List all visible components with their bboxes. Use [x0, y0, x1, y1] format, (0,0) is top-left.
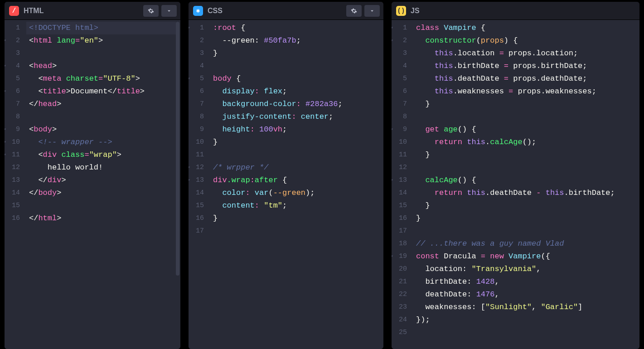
panel-header-js: () JS — [392, 2, 639, 20]
code-js[interactable]: class Vampire { constructor(props) { thi… — [413, 20, 639, 349]
panel-html: / HTML 12345678910111213141516 <!DOCTYPE… — [5, 2, 180, 349]
settings-button-html[interactable] — [143, 5, 159, 17]
code-css[interactable]: :root { --green: #50fa7b;}body { display… — [210, 20, 383, 349]
dropdown-button-css[interactable] — [364, 5, 380, 17]
settings-button-css[interactable] — [346, 5, 362, 17]
panel-js: () JS 1234567891011121314151617181920212… — [392, 2, 639, 349]
panel-header-css: ✱ CSS — [189, 2, 383, 20]
panel-css: ✱ CSS 1234567891011121314151617 :root { … — [189, 2, 383, 349]
gutter-js: 1234567891011121314151617181920212223242… — [392, 20, 413, 349]
code-html[interactable]: <!DOCTYPE html><html lang="en"><head> <m… — [26, 20, 180, 349]
gear-icon — [351, 8, 357, 14]
gear-icon — [148, 8, 154, 14]
code-editor-js[interactable]: 1234567891011121314151617181920212223242… — [392, 20, 639, 349]
gutter-css: 1234567891011121314151617 — [189, 20, 210, 349]
panel-title-html: HTML — [24, 7, 44, 15]
html-badge-icon: / — [9, 6, 19, 16]
gutter-html: 12345678910111213141516 — [5, 20, 26, 349]
js-badge-icon: () — [396, 6, 406, 16]
css-badge-icon: ✱ — [193, 6, 203, 16]
panel-title-js: JS — [411, 7, 420, 15]
code-editor-css[interactable]: 1234567891011121314151617 :root { --gree… — [189, 20, 383, 349]
chevron-down-icon — [369, 8, 375, 14]
dropdown-button-html[interactable] — [161, 5, 177, 17]
panel-title-css: CSS — [208, 7, 223, 15]
chevron-down-icon — [166, 8, 172, 14]
scrollbar-html[interactable] — [176, 22, 179, 276]
code-editor-html[interactable]: 12345678910111213141516 <!DOCTYPE html><… — [5, 20, 180, 349]
panel-header-html: / HTML — [5, 2, 180, 20]
